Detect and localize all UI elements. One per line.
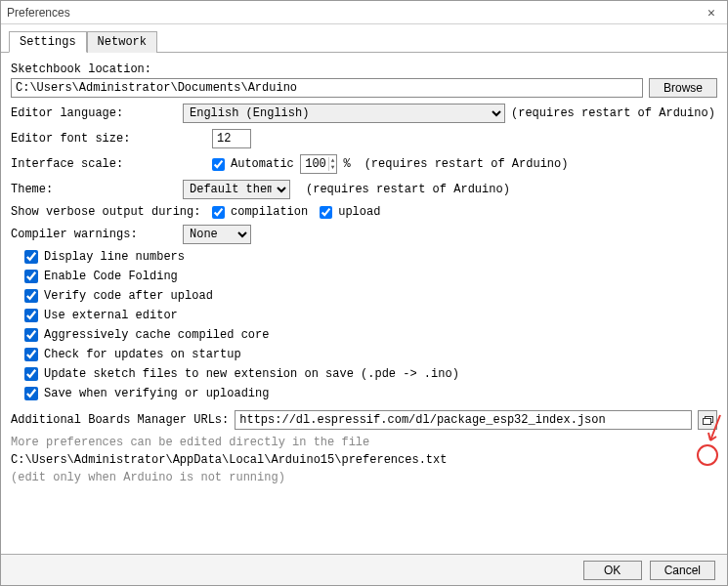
save-verify-text: Save when verifying or uploading <box>44 387 269 400</box>
spinner-arrows-icon[interactable]: ▲▼ <box>328 157 337 171</box>
scale-spinner[interactable]: ▲▼ <box>300 154 338 174</box>
tabs: Settings Network <box>1 26 727 53</box>
footer: OK Cancel <box>1 554 727 585</box>
verbose-compilation-text: compilation <box>231 205 308 219</box>
external-editor-checkbox[interactable] <box>24 309 38 322</box>
browse-button[interactable]: Browse <box>649 78 717 98</box>
theme-label: Theme: <box>11 183 177 196</box>
interface-scale-label: Interface scale: <box>11 157 206 171</box>
editor-language-select[interactable]: English (English) <box>183 104 505 123</box>
update-sketch-text: Update sketch files to new extension on … <box>44 367 459 381</box>
external-editor-text: Use external editor <box>44 309 178 322</box>
window-icon <box>703 416 713 425</box>
sketchbook-label: Sketchbook location: <box>11 63 206 76</box>
verify-upload-checkbox[interactable] <box>24 289 38 303</box>
font-size-label: Editor font size: <box>11 132 206 146</box>
verbose-upload-text: upload <box>338 205 380 219</box>
window-title: Preferences <box>7 6 70 20</box>
boards-url-label: Additional Boards Manager URLs: <box>11 413 229 427</box>
cache-core-text: Aggressively cache compiled core <box>44 328 269 342</box>
verbose-label: Show verbose output during: <box>11 205 206 219</box>
line-numbers-text: Display line numbers <box>44 250 185 264</box>
verbose-upload-checkbox[interactable] <box>320 206 332 219</box>
more-prefs-line1: More preferences can be edited directly … <box>11 436 717 449</box>
boards-url-edit-button[interactable] <box>698 410 717 430</box>
tab-settings[interactable]: Settings <box>9 31 87 53</box>
code-folding-checkbox[interactable] <box>24 270 38 283</box>
cache-core-checkbox[interactable] <box>24 328 38 342</box>
scale-note: (requires restart of Arduino) <box>364 157 569 171</box>
check-updates-checkbox[interactable] <box>24 348 38 361</box>
editor-language-label: Editor language: <box>11 106 177 120</box>
more-prefs-line2: C:\Users\Administrator\AppData\Local\Ard… <box>11 453 717 467</box>
cancel-button[interactable]: Cancel <box>650 561 715 580</box>
content-panel: Sketchbook location: Browse Editor langu… <box>1 53 727 494</box>
check-updates-text: Check for updates on startup <box>44 348 241 361</box>
font-size-input[interactable] <box>212 129 251 148</box>
code-folding-text: Enable Code Folding <box>44 270 178 283</box>
ok-button[interactable]: OK <box>583 561 642 580</box>
automatic-scale-text: Automatic <box>231 157 294 171</box>
scale-percent: % <box>343 157 350 171</box>
compiler-warnings-label: Compiler warnings: <box>11 228 177 241</box>
close-icon[interactable]: ✕ <box>702 3 721 22</box>
scale-value-input[interactable] <box>301 155 328 173</box>
more-prefs-line3: (edit only when Arduino is not running) <box>11 471 717 484</box>
save-verify-checkbox[interactable] <box>24 387 38 400</box>
verbose-compilation-checkbox[interactable] <box>212 206 225 219</box>
editor-language-note: (requires restart of Arduino) <box>511 106 715 120</box>
line-numbers-checkbox[interactable] <box>24 250 38 264</box>
verify-upload-text: Verify code after upload <box>44 289 213 303</box>
boards-url-input[interactable] <box>235 410 692 430</box>
theme-note: (requires restart of Arduino) <box>306 183 510 196</box>
theme-select[interactable]: Default theme <box>183 180 290 199</box>
automatic-scale-checkbox[interactable] <box>212 158 225 171</box>
update-sketch-checkbox[interactable] <box>24 367 38 381</box>
tab-network[interactable]: Network <box>87 31 157 53</box>
sketchbook-path-input[interactable] <box>11 78 643 98</box>
compiler-warnings-select[interactable]: None <box>183 225 251 244</box>
titlebar: Preferences ✕ <box>1 1 727 24</box>
